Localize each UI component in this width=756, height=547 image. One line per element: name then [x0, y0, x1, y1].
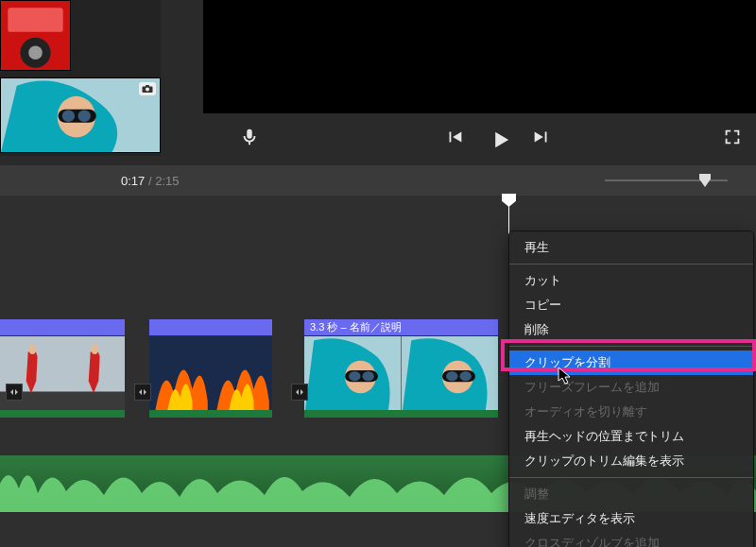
menu-item[interactable]: 再生ヘッドの位置までトリム: [509, 424, 753, 449]
thumb-car[interactable]: [0, 0, 71, 71]
clip-label-text: 3.3 秒 – 名前／説明: [310, 320, 402, 334]
clip-label-bar[interactable]: [0, 319, 125, 335]
svg-point-29: [459, 371, 471, 381]
playback-bar: [203, 118, 756, 156]
media-browser: [0, 0, 161, 156]
svg-rect-3: [8, 8, 62, 32]
svg-point-7: [62, 111, 75, 122]
prev-button[interactable]: [444, 127, 465, 147]
clip-label-bar[interactable]: [149, 319, 272, 335]
svg-point-11: [146, 88, 149, 92]
menu-separator: [509, 264, 753, 265]
transition-marker[interactable]: [134, 384, 151, 401]
voiceover-button[interactable]: [239, 127, 260, 147]
transition-marker[interactable]: [6, 384, 23, 401]
menu-separator: [509, 477, 753, 478]
svg-point-8: [77, 111, 90, 122]
svg-point-17: [91, 345, 98, 354]
svg-point-24: [363, 371, 374, 381]
menu-item[interactable]: 再生: [509, 235, 753, 260]
timecode: 0:17 / 2:15: [121, 174, 180, 188]
clip-label-bar[interactable]: 3.3 秒 – 名前／説明: [304, 319, 498, 335]
menu-item: オーディオを切り離す: [509, 400, 753, 424]
next-button[interactable]: [531, 127, 552, 147]
svg-rect-10: [146, 85, 149, 88]
menu-separator: [509, 346, 753, 347]
menu-item[interactable]: カット: [509, 268, 753, 293]
menu-item[interactable]: コピー: [509, 293, 753, 317]
fullscreen-button[interactable]: [722, 127, 743, 147]
time-current: 0:17: [121, 174, 145, 188]
thumb-bluehair[interactable]: [0, 77, 161, 153]
zoom-knob[interactable]: [699, 174, 711, 187]
menu-item: クロスディゾルブを追加: [509, 531, 753, 547]
menu-item[interactable]: クリップを分割: [509, 350, 753, 375]
menu-item[interactable]: クリップのトリム編集を表示: [509, 449, 753, 473]
time-duration: 2:15: [155, 174, 179, 188]
timeline-clip[interactable]: [304, 336, 498, 418]
menu-item: フリーズフレームを追加: [509, 375, 753, 400]
menu-item: 調整: [509, 482, 753, 506]
svg-point-28: [446, 371, 457, 381]
timeline-clip[interactable]: [0, 336, 125, 418]
transition-marker[interactable]: [291, 384, 308, 401]
play-button[interactable]: [488, 127, 508, 147]
menu-item[interactable]: 削除: [509, 317, 753, 342]
svg-point-14: [28, 345, 36, 354]
menu-item[interactable]: 速度エディタを表示: [509, 506, 753, 531]
svg-point-2: [28, 45, 43, 60]
preview-viewer: [203, 0, 756, 113]
context-menu[interactable]: 再生カットコピー削除クリップを分割フリーズフレームを追加オーディオを切り離す再生…: [508, 231, 754, 547]
timeline-clip[interactable]: [149, 336, 272, 418]
svg-point-23: [349, 371, 360, 381]
playhead-handle[interactable]: [502, 194, 516, 207]
cursor-icon: [558, 367, 573, 385]
timecode-row: 0:17 / 2:15: [0, 165, 756, 196]
camera-badge: [139, 82, 156, 95]
